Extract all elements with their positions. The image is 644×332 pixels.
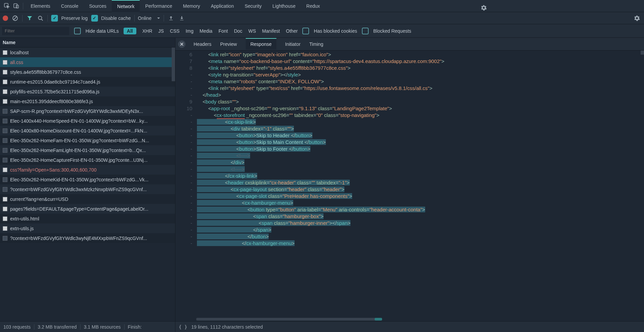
filter-type-all[interactable]: All bbox=[124, 28, 136, 34]
request-row[interactable]: main-es2015.395ddeecf8080e386fe3.js bbox=[0, 96, 175, 106]
blocked-cookies-checkbox[interactable] bbox=[302, 28, 309, 34]
throttling-select[interactable]: Online bbox=[138, 16, 158, 21]
filter-type-media[interactable]: Media bbox=[200, 28, 212, 34]
filter-type-font[interactable]: Font bbox=[218, 28, 228, 34]
request-name: extn-utils.html bbox=[10, 216, 39, 221]
device-toggle-icon[interactable] bbox=[11, 1, 21, 11]
filter-type-other[interactable]: Other bbox=[286, 28, 298, 34]
request-row[interactable]: css?family=Open+Sans:300,400,600,700 bbox=[0, 165, 175, 175]
svg-line-9 bbox=[41, 19, 43, 21]
file-type-icon bbox=[3, 138, 7, 143]
detail-tab-headers[interactable]: Headers bbox=[194, 39, 211, 50]
tab-console[interactable]: Console bbox=[56, 0, 83, 12]
tab-performance[interactable]: Performance bbox=[140, 0, 177, 12]
search-icon[interactable] bbox=[37, 14, 44, 22]
selection-info: 19 lines, 1112 characters selected bbox=[191, 324, 263, 330]
request-row[interactable]: Elec-1400x80-HomeDiscount-EN-01-1400W.jp… bbox=[0, 126, 175, 135]
disable-cache-checkbox[interactable]: ✓ bbox=[91, 15, 98, 22]
upload-icon[interactable] bbox=[167, 14, 175, 22]
download-icon[interactable] bbox=[178, 14, 185, 22]
request-row[interactable]: Elec-350x262-HomeFam-EN-01-350W.jpg?cont… bbox=[0, 135, 175, 145]
request-name: runtime-es2015.0dae8cbc97194c7caed4.js bbox=[10, 79, 100, 85]
detail-tab-initiator[interactable]: Initiator bbox=[285, 39, 301, 50]
request-name: current?lang=en&curr=USD bbox=[10, 197, 68, 202]
filter-type-manifest[interactable]: Manifest bbox=[262, 28, 280, 34]
scrollbar-horizontal-thumb[interactable] bbox=[375, 318, 382, 321]
tab-security[interactable]: Security bbox=[239, 0, 267, 12]
hide-data-urls-label: Hide data URLs bbox=[86, 28, 119, 34]
request-row[interactable]: current?lang=en&curr=USD bbox=[0, 194, 175, 204]
request-row[interactable]: runtime-es2015.0dae8cbc97194c7caed4.js bbox=[0, 77, 175, 87]
request-detail-panel: HeadersPreviewResponseInitiatorTiming 67… bbox=[175, 38, 644, 321]
request-name: Elec-350x262-HomeFam-EN-01-350W.jpg?cont… bbox=[10, 138, 149, 143]
file-type-icon bbox=[3, 148, 7, 153]
file-type-icon bbox=[3, 109, 7, 114]
request-row[interactable]: Elec-350x262-HomeCaptureFirst-EN-01-350W… bbox=[0, 155, 175, 165]
request-row[interactable]: polyfills-es2015.7f2be5c3211715ed096a.js bbox=[0, 87, 175, 96]
request-count: 103 requests bbox=[3, 324, 31, 330]
close-detail-icon[interactable] bbox=[178, 40, 185, 48]
request-row[interactable]: Elec-350x262-HomeKid-EN-01-350W.jpg?cont… bbox=[0, 175, 175, 184]
detail-tab-timing[interactable]: Timing bbox=[309, 39, 324, 50]
tab-lighthouse[interactable]: Lighthouse bbox=[267, 0, 301, 12]
blocked-requests-label: Blocked Requests bbox=[373, 28, 411, 34]
detail-tabs: HeadersPreviewResponseInitiatorTiming bbox=[175, 38, 644, 51]
request-row[interactable]: ?context=bWFzdGVyfGltYWdlc3wxMzkzNnxpbWF… bbox=[0, 184, 175, 194]
file-type-icon bbox=[3, 50, 7, 55]
preserve-log-checkbox[interactable]: ✓ bbox=[51, 15, 58, 22]
request-row[interactable]: localhost bbox=[0, 48, 175, 57]
tab-redux[interactable]: Redux bbox=[301, 0, 325, 12]
request-row[interactable]: Elec-1400x440-HomeSpeed-EN-01-1400W.jpg?… bbox=[0, 116, 175, 126]
request-row[interactable]: extn-utils.html bbox=[0, 214, 175, 223]
scrollbar-horizontal[interactable] bbox=[196, 318, 378, 321]
request-name: polyfills-es2015.7f2be5c3211715ed096a.js bbox=[10, 89, 99, 94]
tab-sources[interactable]: Sources bbox=[84, 0, 112, 12]
filter-funnel-icon[interactable] bbox=[26, 14, 33, 22]
requests-panel: Name localhostall.cssstyles.a4e55ff8bb36… bbox=[0, 38, 175, 321]
svg-rect-1 bbox=[14, 4, 17, 8]
file-type-icon bbox=[3, 89, 7, 94]
detail-tab-response[interactable]: Response bbox=[246, 38, 276, 50]
request-name: extn-utils.js bbox=[10, 226, 34, 231]
blocked-cookies-label: Has blocked cookies bbox=[314, 28, 357, 34]
detail-tab-preview[interactable]: Preview bbox=[220, 39, 237, 50]
tab-elements[interactable]: Elements bbox=[25, 0, 56, 12]
request-row[interactable]: Elec-350x262-HomeFamLight-EN-01-350W.jpg… bbox=[0, 145, 175, 155]
request-row[interactable]: ?context=bWFzdGVyfGltYWdlc3wyNjE4MXxpbWF… bbox=[0, 233, 175, 243]
scrollbar-vertical[interactable] bbox=[172, 48, 175, 81]
pretty-print-icon[interactable]: { } bbox=[179, 324, 187, 330]
filter-input[interactable] bbox=[2, 27, 69, 35]
response-code-pane[interactable]: 678----910-------------------- <link rel… bbox=[175, 51, 644, 321]
tab-application[interactable]: Application bbox=[205, 0, 239, 12]
clear-icon[interactable] bbox=[11, 14, 19, 22]
request-row[interactable]: SAP-scrn-R.png?context=bWFzdGVyfGltYWdlc… bbox=[0, 106, 175, 116]
file-type-icon bbox=[3, 80, 7, 84]
tab-network[interactable]: Network bbox=[112, 0, 140, 12]
blocked-requests-checkbox[interactable] bbox=[362, 28, 369, 34]
tab-memory[interactable]: Memory bbox=[178, 0, 206, 12]
network-settings-gear-icon[interactable] bbox=[633, 14, 641, 22]
filter-type-img[interactable]: Img bbox=[185, 28, 193, 34]
record-button[interactable] bbox=[3, 16, 8, 21]
filter-type-css[interactable]: CSS bbox=[170, 28, 180, 34]
resources-size: 3.1 MB resources bbox=[84, 324, 121, 330]
request-row[interactable]: styles.a4e55ff8bb367977c8ce.css bbox=[0, 67, 175, 77]
request-row[interactable]: extn-utils.js bbox=[0, 223, 175, 233]
filter-type-xhr[interactable]: XHR bbox=[142, 28, 152, 34]
inspect-icon[interactable] bbox=[2, 1, 11, 11]
file-type-icon bbox=[3, 226, 7, 231]
settings-gear-icon[interactable] bbox=[479, 3, 488, 12]
filter-type-doc[interactable]: Doc bbox=[234, 28, 242, 34]
status-bar: 103 requests 3.2 MB transferred 3.1 MB r… bbox=[0, 321, 644, 332]
scrollbar-vertical[interactable] bbox=[641, 51, 644, 55]
filter-type-js[interactable]: JS bbox=[158, 28, 164, 34]
request-row[interactable]: pages?fields=DEFAULT&pageType=ContentPag… bbox=[0, 204, 175, 214]
filter-type-ws[interactable]: WS bbox=[248, 28, 256, 34]
request-name: Elec-1400x440-HomeSpeed-EN-01-1400W.jpg?… bbox=[10, 118, 148, 124]
name-column-header[interactable]: Name bbox=[0, 38, 175, 48]
request-row[interactable]: all.css bbox=[0, 57, 175, 67]
hide-data-urls-checkbox[interactable] bbox=[74, 28, 81, 34]
request-name: Elec-350x262-HomeKid-EN-01-350W.jpg?cont… bbox=[10, 177, 148, 182]
request-name: pages?fields=DEFAULT&pageType=ContentPag… bbox=[10, 206, 148, 212]
request-name: ?context=bWFzdGVyfGltYWdlc3wyNjE4MXxpbWF… bbox=[10, 236, 147, 241]
